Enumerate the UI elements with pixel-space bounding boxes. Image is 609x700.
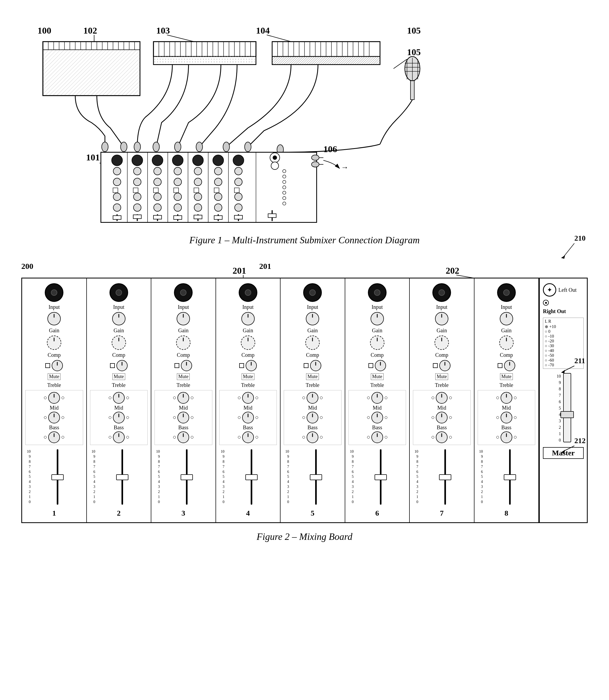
- channel-7-treble-knob[interactable]: [436, 392, 448, 404]
- channel-4-fader-track[interactable]: [226, 449, 277, 505]
- channel-8-bass-knob[interactable]: [501, 431, 512, 443]
- channel-8-pan-checkbox[interactable]: [498, 363, 502, 368]
- master-fader-track[interactable]: [563, 373, 571, 442]
- channel-3-pan-knob[interactable]: [181, 360, 192, 371]
- channel-6-pan-checkbox[interactable]: [368, 363, 373, 368]
- channel-2-gain-knob[interactable]: [112, 312, 125, 325]
- channel-5-pan-checkbox[interactable]: [304, 363, 309, 368]
- channel-1-pan-knob[interactable]: [52, 360, 63, 371]
- channel-2-mute-button[interactable]: Mute: [112, 373, 125, 380]
- channel-3-eq: Mid Bass: [155, 390, 212, 445]
- channel-1-mid-knob[interactable]: [48, 412, 60, 423]
- channel-6-bass-knob[interactable]: [371, 431, 383, 443]
- channel-6-input-jack[interactable]: [368, 283, 386, 302]
- channel-7-fader-handle[interactable]: [439, 474, 451, 480]
- channel-3-treble-knob[interactable]: [177, 392, 189, 404]
- channel-4-treble-knob[interactable]: [242, 392, 254, 404]
- channel-7-input-jack[interactable]: [432, 283, 451, 302]
- channel-7-pan-checkbox[interactable]: [433, 363, 438, 368]
- channel-8-pan-knob[interactable]: [504, 360, 515, 371]
- channel-2-comp-knob[interactable]: [111, 336, 126, 350]
- left-out-jack[interactable]: [543, 283, 556, 296]
- channel-4-gain-knob[interactable]: [241, 312, 255, 325]
- channel-7-bass-knob[interactable]: [436, 431, 448, 443]
- channel-3-mid-knob[interactable]: [177, 412, 189, 423]
- channel-6-treble-knob[interactable]: [371, 392, 383, 404]
- channel-5-treble-knob[interactable]: [307, 392, 318, 404]
- channel-4-fader-handle[interactable]: [245, 474, 258, 480]
- svg-point-138: [134, 204, 141, 211]
- channel-6-fader-track[interactable]: [355, 449, 406, 505]
- channel-2-pan-knob[interactable]: [117, 360, 127, 371]
- channel-5-input-jack[interactable]: [303, 283, 322, 302]
- channel-4-pan-knob[interactable]: [246, 360, 257, 371]
- channel-4-mid-knob[interactable]: [242, 412, 254, 423]
- channel-8-fader-handle[interactable]: [504, 474, 516, 480]
- channel-3-bass-knob[interactable]: [177, 431, 189, 443]
- channel-8-fader-track[interactable]: [485, 449, 536, 505]
- channel-1-pan-checkbox[interactable]: [45, 363, 50, 368]
- channel-5-comp-knob[interactable]: [305, 336, 320, 350]
- channel-1-mute-button[interactable]: Mute: [48, 373, 60, 380]
- channel-3-pan-checkbox[interactable]: [174, 363, 179, 368]
- channel-4-input-jack[interactable]: [239, 283, 257, 302]
- channel-6-gain-knob[interactable]: [370, 312, 384, 325]
- svg-text:106: 106: [324, 144, 337, 154]
- channel-1-bass-knob[interactable]: [48, 431, 60, 443]
- channel-2-fader-track[interactable]: [97, 449, 148, 505]
- channel-8-input-jack[interactable]: [497, 283, 516, 302]
- channel-5-gain-knob[interactable]: [306, 312, 319, 325]
- channel-4-mute-button[interactable]: Mute: [242, 373, 255, 380]
- channel-1-gain-knob[interactable]: [48, 312, 61, 325]
- channel-4-bass-knob[interactable]: [242, 431, 254, 443]
- channel-4-comp-knob[interactable]: [241, 336, 255, 350]
- channel-8-gain-knob[interactable]: [500, 312, 513, 325]
- channel-2-input-jack[interactable]: [109, 283, 128, 302]
- channel-7-mid-knob[interactable]: [436, 412, 448, 423]
- channel-7-comp-knob[interactable]: [435, 336, 449, 350]
- channel-4-pan-checkbox[interactable]: [239, 363, 244, 368]
- channel-6-comp-knob[interactable]: [370, 336, 384, 350]
- channel-1-fader-handle[interactable]: [51, 474, 64, 480]
- channel-2-treble-knob[interactable]: [113, 392, 125, 404]
- channel-7-mute-button[interactable]: Mute: [435, 373, 448, 380]
- channel-5-pan-knob[interactable]: [310, 360, 321, 371]
- channel-5-mute-button[interactable]: Mute: [306, 373, 319, 380]
- channel-6-pan-knob[interactable]: [375, 360, 386, 371]
- channel-8-comp-knob[interactable]: [499, 336, 514, 350]
- channel-3-fader-track[interactable]: [161, 449, 212, 505]
- channel-5-mid-knob[interactable]: [307, 412, 318, 423]
- channel-1-input-jack[interactable]: [45, 283, 64, 302]
- channel-6-fader-handle[interactable]: [375, 474, 387, 480]
- channel-6-mid-knob[interactable]: [371, 412, 383, 423]
- channel-5-fader-track[interactable]: [291, 449, 342, 505]
- channel-3-input-jack[interactable]: [174, 283, 193, 302]
- channel-7-pan-knob[interactable]: [439, 360, 451, 371]
- channel-2-mid-knob[interactable]: [113, 412, 125, 423]
- channel-3-fader-handle[interactable]: [180, 474, 193, 480]
- channel-3-comp-knob[interactable]: [176, 336, 190, 350]
- channel-7-gain-knob[interactable]: [435, 312, 448, 325]
- right-out-small-jack[interactable]: [543, 300, 549, 306]
- channel-1-treble-knob[interactable]: [48, 392, 60, 404]
- channel-3-mute-button[interactable]: Mute: [177, 373, 190, 380]
- channel-5-bass-knob[interactable]: [307, 431, 318, 443]
- channel-strip-3: Input Gain Comp Mute Treble: [151, 278, 216, 522]
- channel-8-treble-knob[interactable]: [501, 392, 512, 404]
- channel-1-number: 1: [52, 509, 56, 517]
- svg-point-117: [134, 178, 141, 186]
- channel-1-fader-track[interactable]: [32, 449, 83, 505]
- channel-7-fader-track[interactable]: [420, 449, 471, 505]
- channel-6-mute-button[interactable]: Mute: [371, 373, 384, 380]
- channel-8-mute-button[interactable]: Mute: [500, 373, 513, 380]
- channel-2-pan-checkbox[interactable]: [110, 363, 115, 368]
- channel-2-bass-knob[interactable]: [113, 431, 125, 443]
- channel-1-eq-dot-m2: [62, 416, 64, 419]
- channel-5-fader-handle[interactable]: [310, 474, 322, 480]
- master-fader-handle[interactable]: [560, 411, 574, 418]
- svg-line-4: [167, 35, 194, 41]
- channel-1-comp-knob[interactable]: [47, 336, 61, 350]
- channel-3-gain-knob[interactable]: [177, 312, 190, 325]
- channel-2-fader-handle[interactable]: [116, 474, 128, 480]
- channel-8-mid-knob[interactable]: [501, 412, 512, 423]
